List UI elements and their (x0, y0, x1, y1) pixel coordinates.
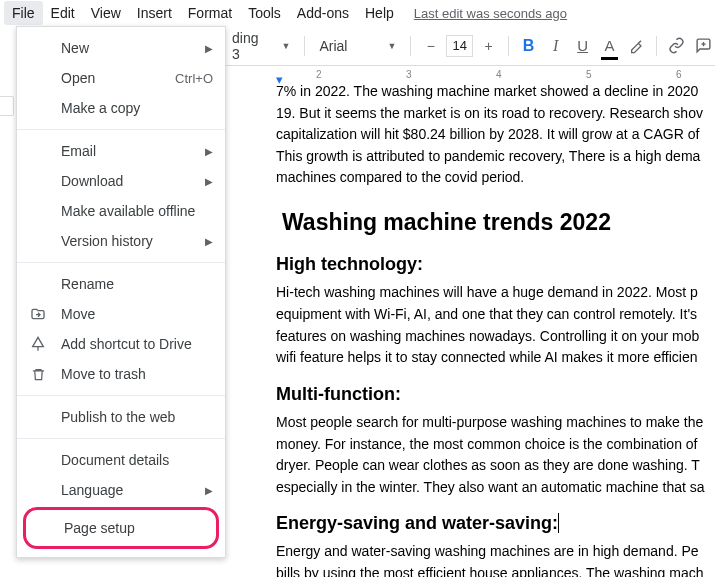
menu-rename[interactable]: Rename (17, 269, 225, 299)
chevron-right-icon: ▶ (205, 176, 213, 187)
separator (17, 262, 225, 263)
menu-language[interactable]: Language▶ (17, 475, 225, 505)
menu-move[interactable]: Move (17, 299, 225, 329)
menu-tools[interactable]: Tools (240, 1, 289, 25)
insert-comment-button[interactable] (692, 34, 715, 58)
body-text[interactable]: This growth is attributed to pandemic re… (276, 147, 715, 167)
menu-open[interactable]: OpenCtrl+O (17, 63, 225, 93)
ruler[interactable]: ▾ 2 3 4 5 6 (226, 66, 715, 82)
underline-button[interactable]: U (571, 34, 594, 58)
ruler-tick: 6 (676, 69, 682, 80)
menu-view[interactable]: View (83, 1, 129, 25)
body-text[interactable]: features on washing machines nowadays. C… (276, 327, 715, 347)
body-text[interactable]: 19. But it seems the market is on its ro… (276, 104, 715, 124)
drive-shortcut-icon (29, 335, 47, 353)
menu-email[interactable]: Email▶ (17, 136, 225, 166)
highlight-color-button[interactable] (625, 34, 648, 58)
divider (304, 36, 305, 56)
shortcut-label: Ctrl+O (175, 71, 213, 86)
ruler-tick: 2 (316, 69, 322, 80)
separator (17, 129, 225, 130)
paragraph-style-select[interactable]: ding 3▼ (226, 33, 296, 59)
separator (17, 395, 225, 396)
text-cursor (558, 513, 559, 533)
heading-2[interactable]: High technology: (276, 252, 715, 277)
file-dropdown: New▶ OpenCtrl+O Make a copy Email▶ Downl… (16, 26, 226, 558)
decrease-font-size-button[interactable]: − (419, 34, 442, 58)
move-icon (29, 305, 47, 323)
menu-doc-details[interactable]: Document details (17, 445, 225, 475)
heading-2[interactable]: Multi-function: (276, 382, 715, 407)
text-color-button[interactable]: A (598, 34, 621, 58)
chevron-right-icon: ▶ (205, 43, 213, 54)
menu-edit[interactable]: Edit (43, 1, 83, 25)
menu-insert[interactable]: Insert (129, 1, 180, 25)
menu-trash[interactable]: Move to trash (17, 359, 225, 389)
increase-font-size-button[interactable]: + (477, 34, 500, 58)
chevron-down-icon: ▼ (282, 41, 291, 51)
ruler-tick: 5 (586, 69, 592, 80)
menu-format[interactable]: Format (180, 1, 240, 25)
chevron-right-icon: ▶ (205, 146, 213, 157)
body-text[interactable]: Energy and water-saving washing machines… (276, 542, 715, 562)
chevron-right-icon: ▶ (205, 236, 213, 247)
body-text[interactable]: 7% in 2022. The washing machine market s… (276, 82, 715, 102)
separator (17, 438, 225, 439)
chevron-right-icon: ▶ (205, 485, 213, 496)
outline-toggle[interactable] (0, 96, 14, 116)
body-text[interactable]: especially in the winter. They also want… (276, 478, 715, 498)
last-edit-link[interactable]: Last edit was seconds ago (414, 6, 567, 21)
ruler-tick: 3 (406, 69, 412, 80)
chevron-down-icon: ▼ (387, 41, 396, 51)
font-select[interactable]: Arial▼ (313, 33, 402, 59)
body-text[interactable]: Hi-tech washing machines will have a hug… (276, 283, 715, 303)
menu-addons[interactable]: Add-ons (289, 1, 357, 25)
body-text[interactable]: machines compared to the covid period. (276, 168, 715, 188)
heading-2[interactable]: Energy-saving and water-saving: (276, 511, 715, 536)
annotation-highlight: Page setup (23, 507, 219, 549)
divider (508, 36, 509, 56)
font-size-input[interactable]: 14 (446, 35, 473, 57)
menu-new[interactable]: New▶ (17, 33, 225, 63)
body-text[interactable]: bills by using the most efficient house … (276, 564, 715, 577)
bold-button[interactable]: B (517, 34, 540, 58)
menu-version-history[interactable]: Version history▶ (17, 226, 225, 256)
menu-make-copy[interactable]: Make a copy (17, 93, 225, 123)
menu-add-shortcut[interactable]: Add shortcut to Drive (17, 329, 225, 359)
body-text[interactable]: money. For instance, the most common cho… (276, 435, 715, 455)
document-body[interactable]: 7% in 2022. The washing machine market s… (226, 82, 715, 577)
menubar: File Edit View Insert Format Tools Add-o… (0, 0, 715, 26)
ruler-tick: 4 (496, 69, 502, 80)
body-text[interactable]: wifi feature helps it to stay connected … (276, 348, 715, 368)
trash-icon (29, 365, 47, 383)
menu-offline[interactable]: Make available offline (17, 196, 225, 226)
body-text[interactable]: equipment with Wi-Fi, AI, and one that t… (276, 305, 715, 325)
menu-file[interactable]: File (4, 1, 43, 25)
italic-button[interactable]: I (544, 34, 567, 58)
menu-page-setup[interactable]: Page setup (26, 513, 216, 543)
body-text[interactable]: capitalization will hit $80.24 billion b… (276, 125, 715, 145)
menu-publish[interactable]: Publish to the web (17, 402, 225, 432)
divider (656, 36, 657, 56)
body-text[interactable]: dryer. People can wear clothes as soon a… (276, 456, 715, 476)
insert-link-button[interactable] (665, 34, 688, 58)
divider (410, 36, 411, 56)
menu-download[interactable]: Download▶ (17, 166, 225, 196)
heading-1[interactable]: Washing machine trends 2022 (282, 206, 715, 238)
toolbar: ding 3▼ Arial▼ − 14 + B I U A (226, 30, 715, 66)
body-text[interactable]: Most people search for multi-purpose was… (276, 413, 715, 433)
menu-help[interactable]: Help (357, 1, 402, 25)
